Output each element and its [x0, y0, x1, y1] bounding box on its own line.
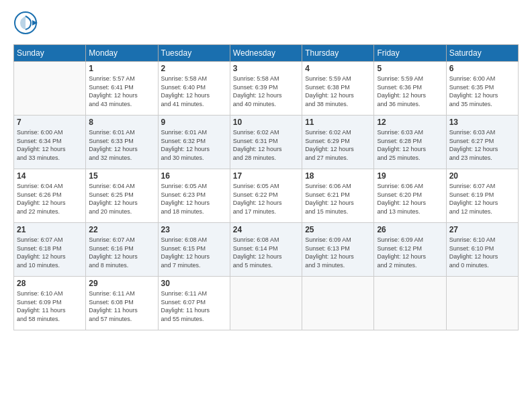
calendar-cell: 16Sunrise: 6:05 AM Sunset: 6:23 PM Dayli… [158, 169, 230, 223]
calendar-cell [446, 277, 518, 330]
day-info: Sunrise: 6:10 AM Sunset: 6:10 PM Dayligh… [449, 236, 515, 269]
day-info: Sunrise: 6:03 AM Sunset: 6:27 PM Dayligh… [449, 128, 515, 162]
day-info: Sunrise: 6:03 AM Sunset: 6:28 PM Dayligh… [377, 128, 443, 162]
day-info: Sunrise: 6:08 AM Sunset: 6:14 PM Dayligh… [233, 236, 299, 269]
week-row-3: 14Sunrise: 6:04 AM Sunset: 6:26 PM Dayli… [14, 169, 519, 223]
logo-icon [13, 11, 38, 35]
day-number: 8 [89, 118, 154, 127]
day-info: Sunrise: 6:04 AM Sunset: 6:26 PM Dayligh… [17, 182, 83, 216]
calendar-cell: 3Sunrise: 5:58 AM Sunset: 6:39 PM Daylig… [230, 62, 302, 116]
calendar-cell: 28Sunrise: 6:10 AM Sunset: 6:09 PM Dayli… [14, 277, 86, 330]
calendar-cell [230, 277, 302, 330]
calendar-cell: 14Sunrise: 6:04 AM Sunset: 6:26 PM Dayli… [14, 169, 86, 223]
day-number: 22 [89, 225, 154, 234]
calendar-cell [374, 277, 446, 330]
calendar-cell: 18Sunrise: 6:06 AM Sunset: 6:21 PM Dayli… [302, 169, 374, 223]
day-info: Sunrise: 6:04 AM Sunset: 6:25 PM Dayligh… [89, 182, 154, 216]
day-info: Sunrise: 5:57 AM Sunset: 6:41 PM Dayligh… [89, 75, 154, 108]
calendar-header-row: SundayMondayTuesdayWednesdayThursdayFrid… [14, 45, 519, 62]
day-number: 26 [377, 225, 443, 234]
day-number: 27 [449, 225, 515, 234]
day-info: Sunrise: 6:11 AM Sunset: 6:08 PM Dayligh… [89, 289, 154, 323]
day-info: Sunrise: 5:58 AM Sunset: 6:39 PM Dayligh… [233, 75, 299, 108]
day-number: 16 [161, 171, 227, 181]
day-info: Sunrise: 5:59 AM Sunset: 6:38 PM Dayligh… [305, 75, 371, 108]
day-number: 5 [377, 64, 443, 73]
calendar-cell: 17Sunrise: 6:05 AM Sunset: 6:22 PM Dayli… [230, 169, 302, 223]
day-number: 23 [161, 225, 227, 234]
calendar-cell: 12Sunrise: 6:03 AM Sunset: 6:28 PM Dayli… [374, 116, 446, 169]
calendar-cell: 13Sunrise: 6:03 AM Sunset: 6:27 PM Dayli… [446, 116, 518, 169]
calendar-cell: 6Sunrise: 6:00 AM Sunset: 6:35 PM Daylig… [446, 62, 518, 116]
week-row-5: 28Sunrise: 6:10 AM Sunset: 6:09 PM Dayli… [14, 277, 519, 330]
day-number: 29 [89, 279, 154, 288]
day-number: 9 [161, 118, 227, 127]
day-info: Sunrise: 6:09 AM Sunset: 6:13 PM Dayligh… [305, 236, 371, 269]
calendar-cell: 7Sunrise: 6:00 AM Sunset: 6:34 PM Daylig… [14, 116, 86, 169]
svg-marker-1 [32, 20, 38, 26]
day-header-friday: Friday [374, 45, 446, 62]
calendar-cell: 9Sunrise: 6:01 AM Sunset: 6:32 PM Daylig… [158, 116, 230, 169]
calendar-cell: 26Sunrise: 6:09 AM Sunset: 6:12 PM Dayli… [374, 223, 446, 277]
day-info: Sunrise: 6:05 AM Sunset: 6:22 PM Dayligh… [233, 182, 299, 216]
day-number: 7 [17, 118, 83, 127]
day-info: Sunrise: 6:01 AM Sunset: 6:32 PM Dayligh… [161, 128, 227, 162]
calendar-table: SundayMondayTuesdayWednesdayThursdayFrid… [13, 44, 519, 330]
day-header-monday: Monday [86, 45, 158, 62]
day-number: 11 [305, 118, 371, 127]
day-info: Sunrise: 5:58 AM Sunset: 6:40 PM Dayligh… [161, 75, 227, 108]
day-info: Sunrise: 6:07 AM Sunset: 6:16 PM Dayligh… [89, 236, 154, 269]
day-number: 1 [89, 64, 154, 73]
calendar-cell: 19Sunrise: 6:06 AM Sunset: 6:20 PM Dayli… [374, 169, 446, 223]
page: SundayMondayTuesdayWednesdayThursdayFrid… [0, 0, 532, 411]
day-number: 18 [305, 171, 371, 181]
calendar-cell: 20Sunrise: 6:07 AM Sunset: 6:19 PM Dayli… [446, 169, 518, 223]
day-number: 21 [17, 225, 83, 234]
day-info: Sunrise: 6:02 AM Sunset: 6:29 PM Dayligh… [305, 128, 371, 162]
calendar-cell: 5Sunrise: 5:59 AM Sunset: 6:36 PM Daylig… [374, 62, 446, 116]
day-number: 17 [233, 171, 299, 181]
day-header-saturday: Saturday [446, 45, 518, 62]
day-info: Sunrise: 6:07 AM Sunset: 6:19 PM Dayligh… [449, 182, 515, 216]
calendar-cell: 8Sunrise: 6:01 AM Sunset: 6:33 PM Daylig… [86, 116, 158, 169]
day-number: 10 [233, 118, 299, 127]
calendar-cell: 30Sunrise: 6:11 AM Sunset: 6:07 PM Dayli… [158, 277, 230, 330]
day-header-tuesday: Tuesday [158, 45, 230, 62]
day-number: 2 [161, 64, 227, 73]
calendar-cell: 4Sunrise: 5:59 AM Sunset: 6:38 PM Daylig… [302, 62, 374, 116]
day-number: 12 [377, 118, 443, 127]
calendar-cell: 21Sunrise: 6:07 AM Sunset: 6:18 PM Dayli… [14, 223, 86, 277]
day-info: Sunrise: 6:09 AM Sunset: 6:12 PM Dayligh… [377, 236, 443, 269]
day-header-wednesday: Wednesday [230, 45, 302, 62]
day-number: 4 [305, 64, 371, 73]
day-number: 14 [17, 171, 83, 181]
day-info: Sunrise: 6:08 AM Sunset: 6:15 PM Dayligh… [161, 236, 227, 269]
day-info: Sunrise: 6:00 AM Sunset: 6:34 PM Dayligh… [17, 128, 83, 162]
calendar-cell: 27Sunrise: 6:10 AM Sunset: 6:10 PM Dayli… [446, 223, 518, 277]
calendar-cell: 24Sunrise: 6:08 AM Sunset: 6:14 PM Dayli… [230, 223, 302, 277]
day-number: 3 [233, 64, 299, 73]
calendar-cell: 10Sunrise: 6:02 AM Sunset: 6:31 PM Dayli… [230, 116, 302, 169]
day-info: Sunrise: 6:06 AM Sunset: 6:21 PM Dayligh… [305, 182, 371, 216]
day-info: Sunrise: 6:11 AM Sunset: 6:07 PM Dayligh… [161, 289, 227, 323]
calendar-cell [302, 277, 374, 330]
day-info: Sunrise: 6:02 AM Sunset: 6:31 PM Dayligh… [233, 128, 299, 162]
day-info: Sunrise: 6:05 AM Sunset: 6:23 PM Dayligh… [161, 182, 227, 216]
day-number: 20 [449, 171, 515, 181]
week-row-2: 7Sunrise: 6:00 AM Sunset: 6:34 PM Daylig… [14, 116, 519, 169]
calendar-cell: 11Sunrise: 6:02 AM Sunset: 6:29 PM Dayli… [302, 116, 374, 169]
day-info: Sunrise: 6:07 AM Sunset: 6:18 PM Dayligh… [17, 236, 83, 269]
calendar-cell: 23Sunrise: 6:08 AM Sunset: 6:15 PM Dayli… [158, 223, 230, 277]
day-number: 25 [305, 225, 371, 234]
day-info: Sunrise: 6:06 AM Sunset: 6:20 PM Dayligh… [377, 182, 443, 216]
day-info: Sunrise: 5:59 AM Sunset: 6:36 PM Dayligh… [377, 75, 443, 108]
calendar-cell: 22Sunrise: 6:07 AM Sunset: 6:16 PM Dayli… [86, 223, 158, 277]
day-number: 13 [449, 118, 515, 127]
day-number: 28 [17, 279, 83, 288]
week-row-1: 1Sunrise: 5:57 AM Sunset: 6:41 PM Daylig… [14, 62, 519, 116]
day-info: Sunrise: 6:00 AM Sunset: 6:35 PM Dayligh… [449, 75, 515, 108]
day-number: 19 [377, 171, 443, 181]
calendar-cell: 29Sunrise: 6:11 AM Sunset: 6:08 PM Dayli… [86, 277, 158, 330]
day-number: 15 [89, 171, 154, 181]
day-info: Sunrise: 6:10 AM Sunset: 6:09 PM Dayligh… [17, 289, 83, 323]
